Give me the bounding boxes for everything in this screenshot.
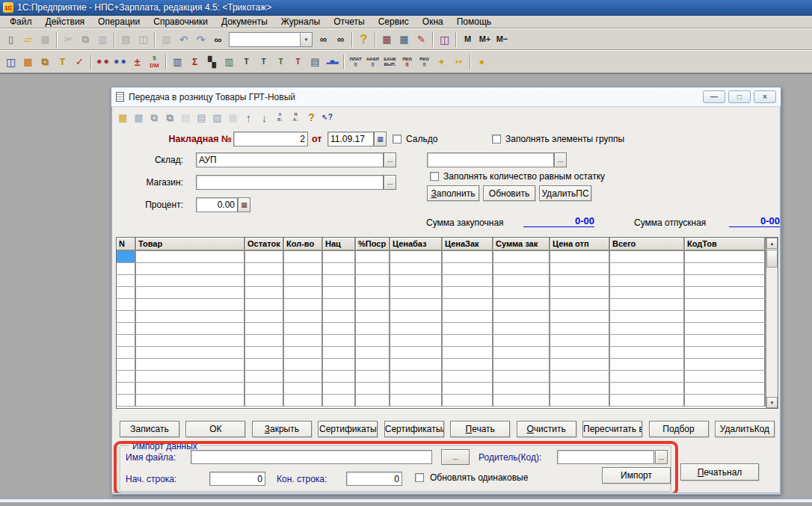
memory-m-button[interactable]: М [459, 31, 476, 48]
grid-cell[interactable] [550, 299, 610, 310]
grid-cell[interactable] [323, 251, 356, 262]
grid-cell[interactable] [136, 287, 245, 298]
grid-cell[interactable] [550, 395, 610, 406]
grid-cell[interactable] [390, 335, 443, 346]
grid-cell[interactable] [610, 335, 685, 346]
copy-rows-icon[interactable]: ⧉ [147, 110, 162, 126]
sum-register-icon[interactable]: Σ [186, 53, 203, 70]
grid-row[interactable] [117, 347, 778, 359]
grid-cell[interactable] [284, 359, 323, 370]
grid-cell[interactable] [493, 395, 550, 406]
grid-cell[interactable] [443, 323, 493, 334]
grid-cell[interactable] [443, 383, 493, 394]
grid-cell[interactable] [550, 371, 610, 382]
menu-item-references[interactable]: Справочники [147, 16, 215, 28]
menu-item-service[interactable]: Сервис [372, 16, 416, 28]
grid-cell[interactable] [443, 395, 493, 406]
grid-cell[interactable] [245, 323, 284, 334]
journal-icon[interactable]: ▥ [169, 53, 186, 70]
invoice-date-field[interactable] [327, 132, 374, 146]
grid-cell[interactable] [356, 347, 390, 358]
grid-cell[interactable] [685, 275, 766, 286]
grid-cell[interactable] [323, 347, 356, 358]
sklad-lookup-button[interactable]: ... [384, 152, 396, 167]
staff-group-icon[interactable]: ☻☻ [111, 53, 129, 70]
menu-item-reports[interactable]: Отчеты [327, 16, 371, 28]
grid-cell[interactable] [245, 263, 284, 274]
grid-cell[interactable] [443, 311, 493, 322]
monitor-edit-icon[interactable]: ✎ [413, 31, 430, 48]
table-report-icon[interactable]: ▥ [221, 53, 238, 70]
grid-cell[interactable] [493, 335, 550, 346]
grid-row[interactable] [117, 287, 778, 299]
grid-cell[interactable] [390, 275, 443, 286]
pereschitat-vse-button[interactable]: Пересчитать все [582, 421, 642, 437]
grid-cell[interactable] [245, 347, 284, 358]
grid-cell[interactable] [323, 323, 356, 334]
grid-cell[interactable] [610, 395, 685, 406]
fill-group-checkbox[interactable] [492, 135, 501, 144]
zapolnit-button[interactable]: Заполнить [427, 185, 479, 201]
grid-cell[interactable] [245, 395, 284, 406]
search-combobox[interactable]: ▼ [229, 32, 313, 47]
grid-cell[interactable] [390, 395, 443, 406]
grid-column-cenazak[interactable]: ЦенаЗак [443, 238, 493, 251]
grid-column-kodtov[interactable]: КодТов [685, 238, 766, 251]
fill-qty-checkbox[interactable] [430, 172, 439, 181]
move-row-up-icon[interactable]: ↑ [241, 110, 256, 126]
grid-column-kolvo[interactable]: Кол-во [284, 238, 323, 251]
grid-cell[interactable] [550, 383, 610, 394]
grid-cell[interactable] [245, 335, 284, 346]
sertifikaty-button[interactable]: Сертификаты [318, 421, 378, 437]
update-same-checkbox[interactable] [415, 473, 424, 482]
grid-cell[interactable] [284, 335, 323, 346]
grid-cell[interactable] [245, 251, 284, 262]
grid-cell[interactable] [550, 311, 610, 322]
file-browse-button[interactable]: ... [441, 449, 470, 465]
coins-document-icon[interactable]: ●● [450, 53, 467, 70]
grid-cell[interactable] [136, 359, 245, 370]
grid-cell[interactable] [117, 287, 136, 298]
document-lines-icon[interactable]: ▤ [307, 53, 324, 70]
grid-cell[interactable] [284, 371, 323, 382]
grid-cell[interactable] [245, 383, 284, 394]
sort-ascending-icon[interactable]: АЯ↓ [272, 110, 288, 126]
open-folder-icon[interactable]: ▱ [19, 31, 37, 48]
methodology-book-icon[interactable]: ◫ [436, 31, 453, 48]
grid-selected-cell[interactable] [117, 251, 136, 262]
nakl-icon[interactable]: НАКЛ≣ [364, 53, 381, 70]
grid-cell[interactable] [356, 287, 390, 298]
grid-cell[interactable] [550, 251, 610, 262]
grid-cell[interactable] [245, 287, 284, 298]
grid-cell[interactable] [245, 299, 284, 310]
calculator-icon[interactable]: ▦ [378, 31, 396, 48]
grid-cell[interactable] [284, 275, 323, 286]
menu-item-windows[interactable]: Окна [416, 16, 450, 28]
redo-icon[interactable]: ↷ [192, 31, 209, 48]
undo-icon[interactable]: ↶ [175, 31, 192, 48]
grid-row[interactable] [117, 395, 778, 407]
grid-cell[interactable] [390, 287, 443, 298]
grid-cell[interactable] [323, 335, 356, 346]
udalit-ps-button[interactable]: УдалитьПС [539, 185, 591, 201]
grid-cell[interactable] [685, 323, 766, 334]
pko-icon[interactable]: ПКО≣ [399, 53, 416, 70]
grid-cell[interactable] [550, 263, 610, 274]
bar-chart-icon[interactable]: ▂▅▃ [324, 53, 341, 70]
grid-cell[interactable] [136, 311, 245, 322]
grid-cell[interactable] [284, 383, 323, 394]
grid-cell[interactable] [323, 299, 356, 310]
grid-column-summazak[interactable]: Сумма зак [493, 238, 550, 251]
document-window-titlebar[interactable]: Передача в розницу Товары ГРТ-Новый — □ … [111, 87, 781, 106]
grid-cell[interactable] [493, 251, 550, 262]
grid-cell[interactable] [356, 299, 390, 310]
grid-row[interactable] [117, 359, 778, 371]
grid-column-tovar[interactable]: Товар [136, 238, 245, 251]
grid-cell[interactable] [493, 275, 550, 286]
grid-cell[interactable] [493, 347, 550, 358]
search-combobox-input[interactable] [230, 33, 300, 46]
menu-item-operations[interactable]: Операции [91, 16, 147, 28]
grid-row[interactable] [117, 311, 778, 323]
calendar-picker-button[interactable]: ▦ [374, 132, 387, 146]
grid-cell[interactable] [685, 359, 766, 370]
